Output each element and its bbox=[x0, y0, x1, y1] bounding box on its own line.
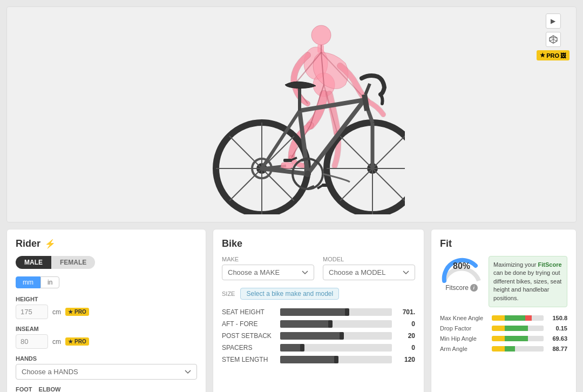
metric-value-0: 150.8 bbox=[547, 315, 567, 321]
height-row: cm ★ PRO bbox=[16, 305, 197, 319]
gauge-percent: 80% bbox=[453, 261, 470, 271]
inseam-group: INSEAM cm ★ PRO bbox=[16, 326, 197, 349]
gender-toggle: MALE FEMALE bbox=[16, 256, 197, 269]
rider-title-text: Rider bbox=[16, 238, 40, 249]
bike-measure-row: STEM LENGTH 120 bbox=[222, 356, 415, 363]
play-button[interactable]: ▶ bbox=[546, 13, 561, 29]
foot-group: FOOT bbox=[16, 386, 32, 392]
inseam-unit: cm bbox=[52, 338, 61, 346]
info-icon[interactable]: i bbox=[470, 284, 478, 292]
male-button[interactable]: MALE bbox=[16, 256, 51, 269]
svg-line-39 bbox=[365, 84, 370, 94]
make-label: MAKE bbox=[222, 256, 314, 262]
height-unit: cm bbox=[52, 308, 61, 316]
rider-title: Rider ⚡ bbox=[16, 238, 197, 249]
bike-measure-row: SEAT HEIGHT 701. bbox=[222, 308, 415, 316]
viz-controls: ▶ ★ PRO 🖼 bbox=[537, 13, 570, 60]
gauge-wrap: 80% bbox=[440, 256, 483, 283]
bike-title: Bike bbox=[222, 238, 415, 249]
measure-slider-2[interactable] bbox=[280, 332, 392, 340]
pro-label: PRO bbox=[546, 52, 559, 59]
measure-name-4: STEM LENGTH bbox=[222, 356, 276, 363]
measure-name-3: SPACERS bbox=[222, 344, 276, 352]
bike-title-text: Bike bbox=[222, 238, 242, 249]
mm-button[interactable]: mm bbox=[16, 276, 40, 288]
foot-label: FOOT bbox=[16, 386, 32, 392]
foot-elbow-row: FOOT ELBOW bbox=[16, 386, 197, 392]
height-pro-badge: ★ PRO bbox=[65, 308, 89, 316]
bike-measure-row: POST SETBACK 20 bbox=[222, 332, 415, 340]
metric-value-3: 88.77 bbox=[547, 346, 567, 352]
pro-image-button[interactable]: ★ PRO 🖼 bbox=[537, 50, 570, 60]
size-hint: Select a bike make and model bbox=[240, 288, 339, 300]
tip-brand: FitScore bbox=[538, 261, 562, 268]
measure-value-4: 120 bbox=[396, 356, 415, 363]
metric-value-2: 69.63 bbox=[547, 335, 567, 342]
elbow-label: ELBOW bbox=[39, 386, 61, 392]
fitscore-container: 80% Fitscore i Maximizing your FitScore … bbox=[440, 256, 567, 307]
bike-measurements: SEAT HEIGHT 701. AFT - FORE 0 POST SETBA… bbox=[222, 308, 415, 363]
fit-metrics: Max Knee Angle 150.8 Drop Factor 0.15 Mi… bbox=[440, 315, 567, 352]
metric-bar-2 bbox=[492, 336, 544, 341]
make-select[interactable]: Choose a MAKE bbox=[222, 265, 314, 280]
measure-value-1: 0 bbox=[396, 320, 415, 328]
height-group: HEIGHT cm ★ PRO bbox=[16, 296, 197, 319]
size-row: SIZE Select a bike make and model bbox=[222, 288, 415, 300]
fit-metric-row: Arm Angle 88.77 bbox=[440, 346, 567, 352]
svg-line-42 bbox=[301, 159, 308, 160]
svg-point-41 bbox=[304, 171, 311, 177]
star-icon-small2: ★ bbox=[68, 339, 73, 344]
svg-line-36 bbox=[364, 94, 367, 111]
fit-panel: Fit 80% Fitscore i M bbox=[431, 229, 577, 392]
female-button[interactable]: FEMALE bbox=[51, 256, 95, 269]
measure-slider-3[interactable] bbox=[280, 344, 392, 352]
measure-name-2: POST SETBACK bbox=[222, 332, 276, 340]
svg-line-4 bbox=[553, 39, 557, 41]
bike-rider-image bbox=[7, 7, 576, 222]
measure-slider-4[interactable] bbox=[280, 356, 392, 363]
tip-text: Maximizing your bbox=[493, 261, 538, 268]
svg-rect-46 bbox=[283, 159, 292, 162]
measure-slider-0[interactable] bbox=[280, 308, 392, 316]
model-select[interactable]: Choose a MODEL bbox=[323, 265, 415, 280]
metric-name-3: Arm Angle bbox=[440, 346, 489, 352]
fitscore-tip: Maximizing your FitScore can be done by … bbox=[489, 256, 567, 307]
inseam-row: cm ★ PRO bbox=[16, 334, 197, 349]
measure-value-3: 0 bbox=[396, 344, 415, 352]
hands-label: HANDS bbox=[16, 355, 197, 362]
inseam-input[interactable] bbox=[16, 334, 48, 349]
bottom-panels: Rider ⚡ MALE FEMALE mm in HEIGHT cm ★ PR… bbox=[6, 229, 577, 392]
fit-metric-row: Max Knee Angle 150.8 bbox=[440, 315, 567, 321]
svg-rect-48 bbox=[322, 184, 330, 187]
size-label: SIZE bbox=[222, 290, 235, 297]
measure-slider-1[interactable] bbox=[280, 320, 392, 328]
pro-text: PRO bbox=[74, 309, 86, 315]
height-label: HEIGHT bbox=[16, 296, 197, 302]
svg-line-32 bbox=[262, 168, 308, 174]
metric-bar-3 bbox=[492, 346, 544, 352]
fit-metric-row: Drop Factor 0.15 bbox=[440, 325, 567, 332]
bike-measure-row: AFT - FORE 0 bbox=[222, 320, 415, 328]
model-label: MODEL bbox=[323, 256, 415, 262]
image-icon: 🖼 bbox=[560, 52, 566, 59]
bike-visualization: ▶ ★ PRO 🖼 bbox=[6, 6, 577, 222]
hands-group: HANDS Choose a HANDS bbox=[16, 355, 197, 380]
fitscore-text: Fitscore bbox=[445, 284, 469, 292]
height-input[interactable] bbox=[16, 305, 48, 319]
lightning-icon: ⚡ bbox=[45, 239, 56, 249]
metric-name-0: Max Knee Angle bbox=[440, 315, 489, 321]
tip-rest: can be done by trying out different bike… bbox=[493, 269, 561, 301]
measure-name-1: AFT - FORE bbox=[222, 320, 276, 328]
hands-select[interactable]: Choose a HANDS bbox=[16, 364, 197, 380]
fitscore-label: Fitscore i bbox=[445, 284, 478, 292]
cube-button[interactable] bbox=[546, 32, 561, 47]
metric-name-1: Drop Factor bbox=[440, 325, 489, 332]
in-button[interactable]: in bbox=[40, 276, 59, 288]
fitscore-gauge: 80% Fitscore i bbox=[440, 256, 483, 307]
fit-title-text: Fit bbox=[440, 238, 452, 249]
svg-line-3 bbox=[550, 39, 553, 41]
model-col: MODEL Choose a MODEL bbox=[323, 256, 415, 280]
svg-point-5 bbox=[311, 25, 331, 45]
rider-panel: Rider ⚡ MALE FEMALE mm in HEIGHT cm ★ PR… bbox=[6, 229, 206, 392]
inseam-pro-badge: ★ PRO bbox=[65, 337, 89, 346]
